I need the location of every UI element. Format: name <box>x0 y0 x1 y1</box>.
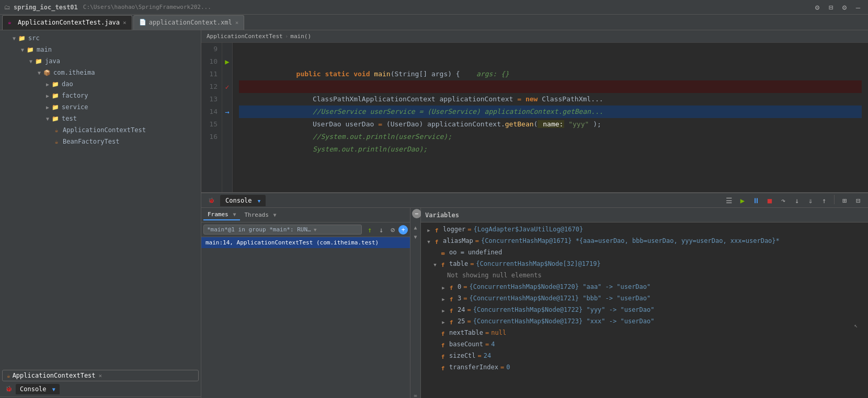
expand-arrow-table[interactable]: ▼ <box>431 260 439 270</box>
stop-btn2[interactable]: ■ <box>764 195 775 206</box>
grid-icon[interactable]: ⊞ <box>839 195 850 206</box>
field-icon-table: f <box>439 260 447 270</box>
expand-arrow-24[interactable]: ▶ <box>440 306 447 315</box>
expand-arrow: ▼ <box>19 46 26 53</box>
code-line-9 <box>239 43 862 55</box>
frames-tab[interactable]: Frames ▼ <box>203 209 240 220</box>
expand-arrow-basecount <box>431 341 439 350</box>
tree-item-bean-factory-test[interactable]: ☕ BeanFactoryTest <box>0 136 201 147</box>
scroll-up-btn[interactable]: ▲ <box>412 223 420 231</box>
tree-item-app-context-test[interactable]: ☕ ApplicationContextTest <box>0 124 201 136</box>
window-title-bar: 🗂 spring_ioc_test01 C:\Users\haohao\Spri… <box>0 0 868 15</box>
step-into-btn2[interactable]: ↓ <box>791 195 803 206</box>
thread-dropdown[interactable]: *main*@1 in group *main*: RUNNING ▼ <box>203 225 362 235</box>
tree-item-java[interactable]: ▼ 📁 java <box>0 55 201 67</box>
field-icon-transferindex: f <box>439 364 447 373</box>
ln-13: 13 <box>205 93 218 106</box>
thread-up-btn[interactable]: ↑ <box>364 224 375 236</box>
expand-arrow-3[interactable]: ▶ <box>440 295 447 304</box>
project-name: spring_ioc_test01 <box>14 4 78 11</box>
restore-icon[interactable]: ⊟ <box>852 195 864 206</box>
code-editor: 9 10 11 12 13 14 15 16 ▶ ✓ → <box>201 43 868 192</box>
debug-tab-console[interactable]: Console ▼ <box>220 195 266 206</box>
sidebar-active-tab[interactable]: ☕ ApplicationContextTest × <box>2 370 199 381</box>
frames-toolbar: *main*@1 in group *main*: RUNNING ▼ ↑ ↓ … <box>201 223 410 237</box>
tree-item-dao[interactable]: ▶ 📁 dao <box>0 78 201 90</box>
expand-arrow: ▼ <box>36 69 43 76</box>
frames-panel: Frames ▼ Threads ▼ *main*@1 in group *ma… <box>201 208 410 398</box>
run-gutter-btn[interactable]: ▶ <box>222 56 232 67</box>
variables-content: ▶ f logger = {LogAdapter$JavaUtilLog@167… <box>421 223 868 398</box>
gutter-14: → <box>222 106 232 118</box>
test-folder-icon: 📁 <box>51 114 60 123</box>
expand-arrow-nexttable <box>431 329 439 338</box>
step-over-btn2[interactable]: ↷ <box>778 195 789 206</box>
console-tab[interactable]: Console ▼ <box>16 384 60 394</box>
expand-arrow-25[interactable]: ▶ <box>440 318 447 327</box>
split-icon[interactable]: ⊟ <box>825 2 837 13</box>
var-not-showing: Not showing null elements <box>421 271 868 282</box>
frames-header: Frames ▼ Threads ▼ <box>201 208 410 223</box>
tree-item-src[interactable]: ▼ 📁 src <box>0 32 201 44</box>
expand-arrow: ▶ <box>44 103 51 111</box>
expand-arrow-aliasmap[interactable]: ▼ <box>425 237 432 247</box>
var-24: ▶ f 24 = {ConcurrentHashMap$Node@1722} "… <box>421 305 868 317</box>
filter-btn[interactable]: ⊘ <box>387 224 398 236</box>
gutter-10: ▶ <box>222 55 232 68</box>
expand-arrow-transferindex <box>431 364 439 373</box>
tree-item-main[interactable]: ▼ 📁 main <box>0 44 201 55</box>
tree-item-factory[interactable]: ▶ 📁 factory <box>0 90 201 101</box>
expand-arrow-0[interactable]: ▶ <box>440 283 447 292</box>
ln-15: 15 <box>205 118 218 131</box>
step-out-btn[interactable]: ↑ <box>818 195 830 206</box>
console-tab-area: 🐞 Console ▼ <box>0 381 201 397</box>
variables-title: Variables <box>425 212 459 219</box>
gutter-11 <box>222 68 232 80</box>
breadcrumb-sep: › <box>285 33 289 40</box>
field-icon-logger: f <box>432 226 441 235</box>
field-icon-24: f <box>447 306 455 315</box>
force-step-btn[interactable]: ⇓ <box>805 195 816 206</box>
debug-content: Frames ▼ Threads ▼ *main*@1 in group *ma… <box>201 208 868 398</box>
gear-icon[interactable]: ⚙ <box>839 2 850 13</box>
thread-down-btn[interactable]: ↓ <box>375 224 387 236</box>
resume-btn2[interactable]: ▶ <box>737 195 748 206</box>
java-class-icon2: ☕ <box>52 137 61 146</box>
frame-entry-selected[interactable]: main:14, ApplicationContextTest (com.ith… <box>201 237 410 248</box>
sidebar-tab-label: ApplicationContextTest <box>13 372 96 379</box>
scroll-down-btn[interactable]: ▼ <box>412 232 420 241</box>
collapse-btn[interactable]: − <box>412 209 421 218</box>
debug-toolbar-right: ☰ ▶ ⏸ ■ ↷ ↓ ⇓ ↑ ⊞ ⊟ <box>723 195 864 206</box>
threads-tab[interactable]: Threads ▼ <box>240 210 280 220</box>
tab-application-context-xml[interactable]: 📄 applicationContext.xml × <box>133 15 245 30</box>
add-btn[interactable]: + <box>398 225 408 235</box>
panel-scrollbar: − ▲ ▼ ∞ <box>410 208 421 398</box>
tree-item-service[interactable]: ▶ 📁 service <box>0 101 201 113</box>
tree-item-com-itheima[interactable]: ▼ 📦 com.itheima <box>0 67 201 78</box>
gutter-12: ✓ <box>222 80 232 93</box>
debug-arrow: → <box>225 108 229 116</box>
sidebar: ▼ 📁 src ▼ 📁 main ▼ 📁 java ▼ 📦 com.itheim… <box>0 30 201 398</box>
expand-arrow: ▼ <box>27 57 35 65</box>
list-icon2[interactable]: ☰ <box>723 195 735 206</box>
gutter-13 <box>222 93 232 106</box>
tab-application-context-test[interactable]: ☕ ApplicationContextTest.java × <box>2 15 132 30</box>
close-project-icon[interactable]: — <box>852 2 864 13</box>
field-icon-3: f <box>447 295 455 304</box>
factory-folder-icon: 📁 <box>51 91 60 100</box>
service-folder-icon: 📁 <box>51 103 60 111</box>
code-content: public static void main(String[] args) {… <box>233 43 868 192</box>
variables-panel: Variables ▶ f logger = {LogAdapter$JavaU… <box>421 208 868 398</box>
sidebar-tab-close[interactable]: × <box>99 372 102 379</box>
close-tab-btn[interactable]: × <box>123 19 127 26</box>
infinity-btn[interactable]: ∞ <box>412 391 420 398</box>
code-line-12: ClassPathXmlApplicationContext applicati… <box>239 80 862 93</box>
expand-arrow-logger[interactable]: ▶ <box>425 226 432 235</box>
close-tab-xml-btn[interactable]: × <box>235 19 239 26</box>
expand-arrow: ▼ <box>10 34 18 42</box>
tree-item-test[interactable]: ▼ 📁 test <box>0 113 201 124</box>
code-area: ApplicationContextTest › main() 9 10 11 … <box>201 30 868 398</box>
settings-icon[interactable]: ⚙ <box>812 2 823 13</box>
pause-btn[interactable]: ⏸ <box>750 195 762 206</box>
ln-10: 10 <box>205 55 218 68</box>
